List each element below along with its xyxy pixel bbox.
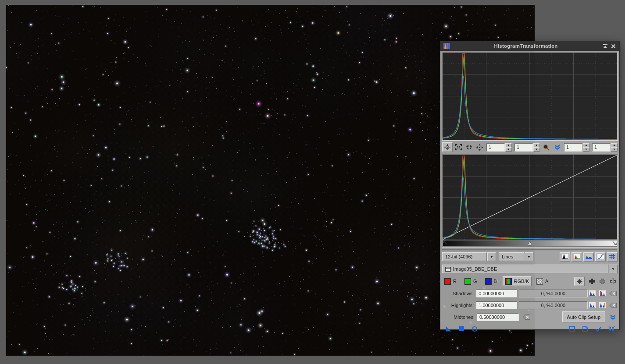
transfer-function-plot[interactable]: [443, 155, 617, 240]
filled-histogram-toggle[interactable]: [583, 252, 594, 262]
cursor-readout-bar: [442, 249, 618, 250]
chevron-down-icon[interactable]: ▼: [609, 265, 618, 273]
apply-global-button[interactable]: [567, 325, 577, 333]
cross-outline-icon: [610, 279, 616, 284]
resolution-value[interactable]: 12-bit (4096): [442, 252, 487, 261]
spin-down-icon[interactable]: ▼: [505, 147, 512, 152]
channel-b-button[interactable]: B: [483, 277, 499, 286]
plot-style-dropdown[interactable]: Lines ▼: [499, 252, 533, 261]
reset-button[interactable]: [607, 325, 616, 333]
zoom-expand-button[interactable]: [454, 143, 463, 152]
channel-rgbk-button[interactable]: RGB/K: [503, 276, 532, 286]
vertical-zoom-spinner[interactable]: 1 ▲▼: [514, 143, 540, 152]
new-instance-triangle-icon: [445, 325, 452, 332]
zoom-mode-button[interactable]: [541, 143, 551, 152]
plot-width-value[interactable]: 1: [564, 143, 582, 152]
spin-down-icon[interactable]: ▼: [533, 147, 540, 152]
highlights-handle[interactable]: [612, 240, 617, 245]
more-graph-options-button[interactable]: [552, 143, 562, 152]
mono-histogram-icon: [562, 254, 568, 259]
apply-button[interactable]: [457, 325, 466, 333]
plot-style-value[interactable]: Lines: [499, 252, 524, 261]
color-histogram-icon: [574, 254, 580, 259]
new-instance-button[interactable]: [443, 325, 453, 333]
midtones-label: Midtones:: [442, 315, 477, 320]
reset-shadows-button[interactable]: [608, 289, 618, 298]
shadows-clip-count-button[interactable]: [588, 289, 597, 298]
chevron-double-down-icon: [554, 145, 560, 150]
chevron-down-icon[interactable]: ▼: [487, 252, 496, 261]
plot-height-value[interactable]: 1: [592, 143, 611, 152]
horizontal-zoom-value[interactable]: 1: [486, 143, 505, 152]
zoom-contract-button[interactable]: [464, 143, 474, 152]
channel-b-label: B: [494, 279, 497, 284]
horizontal-zoom-spinner[interactable]: 1 ▲▼: [486, 143, 512, 152]
preview-circle-icon: [471, 326, 478, 332]
red-swatch-icon: [444, 278, 451, 285]
input-histogram-plot[interactable]: [443, 53, 617, 140]
cross-mid-button[interactable]: [597, 277, 607, 286]
target-image-value-wrap[interactable]: Image05_DBE_DBE: [442, 265, 608, 273]
readout-tracking-button[interactable]: [442, 142, 453, 152]
target-image-row: Image05_DBE_DBE ▼: [440, 263, 619, 275]
midtones-handle[interactable]: [527, 241, 532, 246]
highlights-clip-preview-button[interactable]: [598, 301, 607, 310]
clip-histogram-marked-icon: [599, 302, 606, 308]
shadows-clip-preview-button[interactable]: [598, 289, 607, 298]
track-view-button[interactable]: [593, 325, 603, 333]
expand-parameters-button[interactable]: [608, 313, 618, 322]
cross-dark-button[interactable]: [587, 277, 596, 286]
display-options-row: 12-bit (4096) ▼ Lines ▼: [440, 251, 619, 263]
channel-g-button[interactable]: G: [462, 277, 479, 286]
show-curve-toggle[interactable]: [595, 252, 606, 262]
highlights-input[interactable]: 1.00000000: [476, 301, 517, 309]
real-time-preview-button[interactable]: [470, 325, 479, 333]
filled-histogram-icon: [586, 254, 592, 259]
output-histogram-panel: [442, 154, 618, 247]
spin-down-icon[interactable]: ▼: [583, 147, 589, 152]
reset-highlights-button[interactable]: [608, 301, 618, 310]
mono-histogram-toggle[interactable]: [560, 252, 570, 262]
reset-midtones-button[interactable]: [521, 313, 531, 322]
channel-r-button[interactable]: R: [442, 277, 459, 286]
plot-height-spinner[interactable]: 1 ▲▼: [592, 143, 618, 152]
square-outline-icon: [569, 326, 575, 332]
blue-swatch-icon: [485, 278, 492, 285]
spin-up-icon[interactable]: ▲: [611, 143, 618, 148]
color-histogram-toggle[interactable]: [571, 252, 582, 262]
contract-arrows-icon: [466, 144, 472, 150]
asterisk-icon: [577, 279, 582, 284]
highlights-clip-count-button[interactable]: [588, 301, 597, 310]
resolution-dropdown[interactable]: 12-bit (4096) ▼: [442, 252, 496, 261]
asterisk-toggle-button[interactable]: [574, 277, 585, 286]
chevron-down-icon[interactable]: ▼: [525, 252, 533, 261]
spin-up-icon[interactable]: ▲: [533, 143, 540, 148]
spin-down-icon[interactable]: ▼: [611, 147, 618, 152]
levels-slider[interactable]: [443, 240, 617, 247]
spin-up-icon[interactable]: ▲: [583, 143, 589, 148]
midtones-input[interactable]: 0.50000000: [477, 313, 519, 321]
target-image-dropdown[interactable]: Image05_DBE_DBE ▼: [442, 265, 618, 273]
shade-button[interactable]: [601, 42, 609, 49]
midtones-row: Midtones: 0.50000000 Auto Clip Setup: [440, 311, 619, 323]
shadows-row: Shadows: 0.00000000 0, %0.0000: [440, 287, 619, 299]
vertical-zoom-value[interactable]: 1: [514, 143, 533, 152]
close-button[interactable]: [609, 42, 617, 49]
channel-r-label: R: [453, 279, 457, 284]
dialog-titlebar[interactable]: HistogramTransformation: [440, 41, 619, 51]
show-grid-toggle[interactable]: [607, 252, 618, 262]
shadows-handle[interactable]: [443, 240, 448, 245]
auto-clip-setup-button[interactable]: Auto Clip Setup: [562, 311, 605, 322]
channel-a-button[interactable]: A: [534, 277, 550, 286]
plot-width-spinner[interactable]: 1 ▲▼: [564, 143, 589, 152]
pan-mode-button[interactable]: [475, 143, 484, 152]
cross-mid-icon: [600, 279, 605, 284]
histogram-transformation-dialog: HistogramTransformation: [440, 41, 620, 330]
browse-documentation-button[interactable]: [580, 325, 590, 333]
shadows-clip-readout: 0, %0.0000: [519, 290, 587, 297]
green-swatch-icon: [464, 278, 471, 285]
shadows-input[interactable]: 0.00000000: [476, 290, 517, 297]
cross-outline-button[interactable]: [608, 277, 618, 286]
channel-rgbk-label: RGB/K: [514, 279, 529, 284]
spin-up-icon[interactable]: ▲: [505, 143, 512, 148]
